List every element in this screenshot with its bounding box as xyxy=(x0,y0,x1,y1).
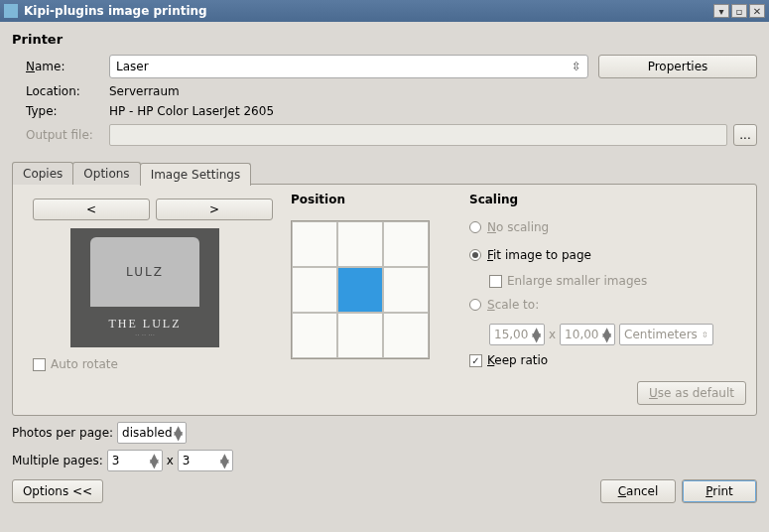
maximize-button[interactable]: ▫ xyxy=(731,4,747,18)
browse-button[interactable]: ... xyxy=(733,124,757,146)
multiple-pages-label: Multiple pages: xyxy=(12,454,103,467)
radio-fit-to-page[interactable]: Fit image to page xyxy=(469,248,746,262)
location-value: Serverraum xyxy=(109,84,180,98)
preview-caption: THE LULZ xyxy=(109,317,182,332)
checkbox-icon xyxy=(33,358,46,371)
next-image-button[interactable]: > xyxy=(156,199,273,220)
tab-image-settings[interactable]: Image Settings xyxy=(140,163,252,186)
pos-top-center[interactable] xyxy=(337,221,383,267)
output-file-input xyxy=(109,124,727,146)
multiple-pages-b-spin[interactable]: 3 ▲▼ xyxy=(178,450,233,471)
titlebar: Kipi-plugins image printing ▾ ▫ ✕ xyxy=(0,0,769,22)
photos-per-page-label: Photos per page: xyxy=(12,426,113,440)
photos-per-page-spin[interactable]: disabled ▲▼ xyxy=(117,422,187,444)
x-label: x xyxy=(167,454,174,467)
type-value: HP - HP Color LaserJet 2605 xyxy=(109,104,274,118)
prev-image-button[interactable]: < xyxy=(33,199,150,220)
position-grid[interactable] xyxy=(291,220,430,359)
pos-top-left[interactable] xyxy=(292,221,337,267)
app-icon xyxy=(4,4,18,18)
radio-icon xyxy=(469,221,481,233)
pos-top-right[interactable] xyxy=(383,221,429,267)
pos-mid-left[interactable] xyxy=(292,267,337,313)
pos-bottom-center[interactable] xyxy=(337,313,383,358)
printer-name-select[interactable]: Laser ⇳ xyxy=(109,55,588,78)
enlarge-checkbox: Enlarge smaller images xyxy=(489,274,746,288)
use-as-default-button: Use as default xyxy=(637,381,746,405)
scaling-title: Scaling xyxy=(469,193,746,206)
height-spin: 10,00 ▲▼ xyxy=(560,324,615,345)
output-file-label: Output file: xyxy=(26,128,109,142)
preview-tombstone: LULZ xyxy=(90,237,199,307)
preview-subcaption: ·· ·· ··· xyxy=(135,332,155,339)
image-settings-panel: < > LULZ THE LULZ ·· ·· ··· Auto rotate xyxy=(12,184,757,416)
options-toggle-button[interactable]: Options << xyxy=(12,479,103,503)
close-button[interactable]: ✕ xyxy=(749,4,765,18)
radio-scale-to: Scale to: xyxy=(469,298,746,312)
minimize-button[interactable]: ▾ xyxy=(713,4,729,18)
tab-options[interactable]: Options xyxy=(72,162,140,185)
auto-rotate-checkbox: Auto rotate xyxy=(33,357,281,371)
image-preview: LULZ THE LULZ ·· ·· ··· xyxy=(70,228,219,347)
cancel-button[interactable]: Cancel xyxy=(600,479,676,503)
position-title: Position xyxy=(291,193,345,206)
x-label: x xyxy=(549,328,556,341)
name-label: Name: xyxy=(26,60,109,73)
checkbox-icon xyxy=(489,275,502,288)
pos-center[interactable] xyxy=(337,267,383,313)
print-button[interactable]: Print xyxy=(682,479,757,503)
printer-group-title: Printer xyxy=(12,32,757,47)
radio-icon xyxy=(469,249,481,261)
type-label: Type: xyxy=(26,104,109,118)
tab-copies[interactable]: Copies xyxy=(12,162,73,185)
pos-mid-right[interactable] xyxy=(383,267,429,313)
pos-bottom-left[interactable] xyxy=(292,313,337,358)
location-label: Location: xyxy=(26,84,109,98)
printer-name-value: Laser xyxy=(116,60,149,73)
keep-ratio-checkbox[interactable]: ✓ Keep ratio xyxy=(469,353,746,367)
properties-button[interactable]: Properties xyxy=(598,55,757,78)
radio-no-scaling: No scaling xyxy=(469,220,746,234)
unit-select: Centimeters⇳ xyxy=(619,324,712,345)
tab-bar: Copies Options Image Settings xyxy=(12,162,757,185)
pos-bottom-right[interactable] xyxy=(383,313,429,358)
radio-icon xyxy=(469,299,481,311)
window-title: Kipi-plugins image printing xyxy=(24,4,207,18)
width-spin: 15,00 ▲▼ xyxy=(489,324,545,345)
checkbox-icon: ✓ xyxy=(469,354,482,367)
multiple-pages-a-spin[interactable]: 3 ▲▼ xyxy=(107,450,163,471)
chevron-updown-icon: ⇳ xyxy=(566,60,581,73)
